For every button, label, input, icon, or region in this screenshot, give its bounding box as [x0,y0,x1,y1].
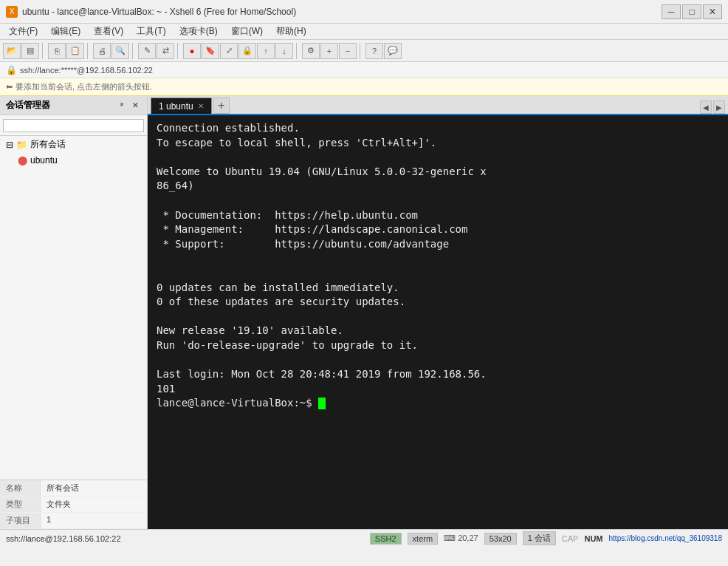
tb-bookmark[interactable]: 🔖 [202,43,219,59]
tab-next-button[interactable]: ▶ [713,100,725,114]
tb-new-session[interactable]: 📂 [3,43,21,59]
session-pin-button[interactable]: ᵖ [116,100,128,112]
menu-help[interactable]: 帮助(H) [270,24,312,39]
tb-sep-6 [360,43,363,59]
status-connection: ssh://lance@192.168.56.102:22 [6,534,364,543]
menu-window[interactable]: 窗口(W) [225,24,269,39]
folder-icon: 📁 [16,140,27,150]
menu-tools[interactable]: 工具(T) [131,24,171,39]
status-right: SSH2 xterm ⌨ 20,27 53x20 1 会话 CAP NUM ht… [370,531,722,545]
window-controls: ─ □ ✕ [662,4,722,19]
tree-all-sessions-label: 所有会话 [30,138,66,151]
tb-transfer[interactable]: ⇄ [157,43,174,59]
tb-copy[interactable]: ⎘ [48,43,66,59]
session-panel-title: 会话管理器 [6,99,50,112]
toolbar-group-3: 🖨 🔍 [93,43,129,59]
terminal-area: 1 ubuntu ✕ + ◀ ▶ Connection established.… [148,96,728,529]
tb-sep-1 [42,43,45,59]
session-panel-header: 会话管理器 ᵖ ✕ [0,96,147,115]
toolbar: 📂 ▤ ⎘ 📋 🖨 🔍 ✎ ⇄ ● 🔖 ⤢ 🔒 ↑ ↓ ⚙ + − ? 💬 [0,40,728,62]
tb-print[interactable]: 🖨 [93,43,111,59]
tb-compose[interactable]: ✎ [138,43,156,59]
tab-ubuntu[interactable]: 1 ubuntu ✕ [151,98,212,114]
toolbar-group-2: ⎘ 📋 [48,43,84,59]
maximize-button[interactable]: □ [682,4,701,19]
tb-open[interactable]: ▤ [21,43,39,59]
info-row-type: 类型 文件夹 [0,497,147,513]
tb-lock[interactable]: 🔒 [238,43,256,59]
ssh-lock-icon: 🔒 [6,65,17,75]
session-search [0,115,147,136]
tb-sep-4 [177,43,180,59]
terminal-output: Connection established. To escape to loc… [157,121,719,411]
notice-arrow-icon: ⬅ [6,82,13,92]
tb-connect[interactable]: ● [183,43,201,59]
tb-paste[interactable]: 📋 [66,43,84,59]
status-num: NUM [584,534,602,543]
tb-help[interactable]: ? [365,43,383,59]
session-search-input[interactable] [3,119,144,132]
tree-ubuntu-label: ubuntu [30,155,58,166]
tab-nav: ◀ ▶ [700,100,725,114]
host-icon: ⬤ [18,155,27,166]
info-label-name: 名称 [0,480,41,496]
title-bar: X ubuntu - lance@lance-VirtualBox: ~ - X… [0,0,728,24]
minimize-button[interactable]: ─ [662,4,681,19]
menu-view[interactable]: 查看(V) [88,24,129,39]
status-sessions: 1 会话 [523,531,556,545]
tb-config[interactable]: ⚙ [302,43,320,59]
tree-item-ubuntu[interactable]: ⬤ ubuntu [0,153,147,168]
info-label-children: 子项目 [0,513,41,528]
toolbar-group-7: ? 💬 [365,43,402,59]
tab-bar: 1 ubuntu ✕ + ◀ ▶ [148,96,728,115]
tb-zoom-in[interactable]: + [320,43,338,59]
toolbar-group-1: 📂 ▤ [3,43,39,59]
terminal[interactable]: Connection established. To escape to loc… [148,115,728,529]
status-cap: CAP [562,534,579,543]
toolbar-group-4: ✎ ⇄ [138,43,174,59]
title-bar-left: X ubuntu - lance@lance-VirtualBox: ~ - X… [6,6,296,18]
expand-icon: ⊟ [6,140,13,150]
info-value-children: 1 [41,513,57,528]
session-panel: 会话管理器 ᵖ ✕ ⊟ 📁 所有会话 ⬤ ubuntu 名称 所有会话 [0,96,148,529]
tb-msg[interactable]: 💬 [384,43,402,59]
main-area: 会话管理器 ᵖ ✕ ⊟ 📁 所有会话 ⬤ ubuntu 名称 所有会话 [0,96,728,529]
tb-expand[interactable]: ⤢ [220,43,238,59]
menu-bar: 文件(F) 编辑(E) 查看(V) 工具(T) 选项卡(B) 窗口(W) 帮助(… [0,24,728,40]
status-cursor-pos: ⌨ 20,27 [444,533,478,543]
info-row-name: 名称 所有会话 [0,480,147,497]
app-icon: X [6,6,18,18]
info-value-type: 文件夹 [41,497,77,512]
tb-search[interactable]: 🔍 [111,43,129,59]
tb-sep-5 [296,43,299,59]
session-close-button[interactable]: ✕ [129,100,141,112]
close-button[interactable]: ✕ [703,4,722,19]
notice-bar: ⬅ 要添加当前会话, 点击左侧的箭头按钮. [0,78,728,96]
menu-file[interactable]: 文件(F) [3,24,44,39]
title-bar-text: ubuntu - lance@lance-VirtualBox: ~ - Xsh… [22,7,296,17]
session-header-actions: ᵖ ✕ [116,100,141,112]
status-url[interactable]: https://blog.csdn.net/qq_36109318 [609,534,722,542]
status-dimensions: 53x20 [484,533,517,545]
toolbar-group-5: ● 🔖 ⤢ 🔒 ↑ ↓ [183,43,293,59]
terminal-cursor [318,398,326,409]
ssh-bar: 🔒 ssh://lance:*****@192.168.56.102:22 [0,62,728,78]
tab-ubuntu-label: 1 ubuntu [159,101,193,112]
tab-add-button[interactable]: + [213,98,230,114]
toolbar-group-6: ⚙ + − [302,43,357,59]
status-protocol: SSH2 [370,533,402,545]
status-bar: ssh://lance@192.168.56.102:22 SSH2 xterm… [0,529,728,547]
info-label-type: 类型 [0,497,41,512]
menu-edit[interactable]: 编辑(E) [45,24,86,39]
ssh-address: ssh://lance:*****@192.168.56.102:22 [20,66,153,75]
tb-upload[interactable]: ↑ [257,43,275,59]
tab-ubuntu-close-icon[interactable]: ✕ [198,102,204,110]
tree-item-all-sessions[interactable]: ⊟ 📁 所有会话 [0,136,147,153]
status-terminal-type: xterm [408,533,439,545]
tb-sep-2 [87,43,90,59]
session-info: 名称 所有会话 类型 文件夹 子项目 1 [0,480,147,529]
tb-download[interactable]: ↓ [275,43,293,59]
tb-zoom-out[interactable]: − [339,43,357,59]
tab-prev-button[interactable]: ◀ [700,100,712,114]
menu-tab[interactable]: 选项卡(B) [174,24,224,39]
